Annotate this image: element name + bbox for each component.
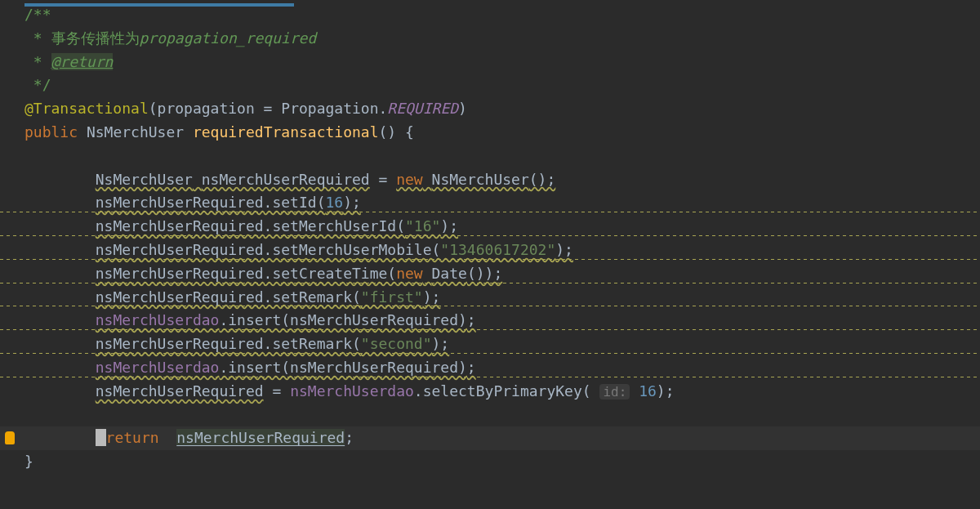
code-line[interactable]: * @return <box>0 51 980 74</box>
call: .setMerchUserId( <box>264 217 405 234</box>
blank-line[interactable] <box>0 404 980 427</box>
var: nsMerchUserRequired <box>202 171 370 188</box>
tail: ); <box>440 217 458 234</box>
method-name: requiredTransactional <box>193 123 379 141</box>
tail: ); <box>657 382 675 400</box>
var: nsMerchUserRequired <box>96 288 264 306</box>
var: nsMerchUserRequired <box>96 217 264 234</box>
param-name: propagation <box>158 100 255 117</box>
param-hint: id: <box>599 384 630 400</box>
code-line[interactable]: nsMerchUserRequired.setMerchUserMobile("… <box>0 239 980 262</box>
arg: "16" <box>405 217 440 234</box>
warning-underline <box>0 283 980 284</box>
kw-new: new <box>396 265 423 282</box>
javadoc-prefix: * <box>24 53 51 70</box>
editor-top-highlight <box>24 3 294 7</box>
code-line[interactable]: nsMerchUserRequired.setRemark("second"); <box>0 333 980 356</box>
brace: } <box>24 453 33 470</box>
code-line[interactable]: NsMerchUser nsMerchUserRequired = new Ns… <box>0 168 980 192</box>
enum-const: REQUIRED <box>387 100 458 117</box>
return-expr: nsMerchUserRequired <box>176 429 345 446</box>
tail: ()); <box>467 265 502 282</box>
return-type: NsMerchUser <box>87 123 184 141</box>
field: nsMerchUserdao <box>96 311 220 328</box>
code-line-current[interactable]: return nsMerchUserRequired; <box>0 426 980 450</box>
eq: = <box>370 171 397 188</box>
code-line[interactable]: @Transactional(propagation = Propagation… <box>0 97 980 121</box>
tail: ; <box>345 429 354 446</box>
blank-line[interactable] <box>0 145 980 168</box>
code-line[interactable]: public NsMerchUser requiredTransactional… <box>0 121 980 145</box>
javadoc-return-tag: @return <box>51 53 114 70</box>
code-line[interactable]: /** <box>0 3 980 27</box>
decl-type: NsMerchUser <box>96 171 193 188</box>
tail: ; <box>467 311 476 328</box>
paren: ) <box>458 100 467 117</box>
tail: ); <box>343 194 361 211</box>
call: .setId( <box>264 194 326 211</box>
javadoc-open: /** <box>24 6 51 23</box>
tail: ); <box>423 288 441 306</box>
brace: { <box>396 123 414 141</box>
kw-new: new <box>396 171 423 188</box>
tail: (); <box>529 171 556 188</box>
call: .insert(nsMerchUserRequired) <box>219 311 466 328</box>
javadoc-close: */ <box>24 76 51 93</box>
warning-underline <box>0 212 980 212</box>
eq: = <box>255 100 282 117</box>
arg: "first" <box>361 288 423 306</box>
var: nsMerchUserRequired <box>96 194 264 211</box>
call: .setMerchUserMobile( <box>264 241 441 258</box>
caret <box>96 429 106 446</box>
annotation: @Transactional <box>24 100 149 117</box>
javadoc-text: 事务传播性为 <box>51 29 140 47</box>
code-line[interactable]: } <box>0 450 980 474</box>
kw-public: public <box>24 123 78 141</box>
var: nsMerchUserRequired <box>96 265 264 282</box>
ctor-type: NsMerchUser <box>432 171 529 188</box>
recv: nsMerchUserdao <box>290 382 414 400</box>
code-line[interactable]: * 事务传播性为propagation_required <box>0 27 980 51</box>
warning-underline <box>0 235 980 236</box>
dot: . <box>379 100 388 117</box>
field: nsMerchUserdao <box>96 359 220 376</box>
call: .selectByPrimaryKey( <box>414 382 600 400</box>
call: .insert(nsMerchUserRequired) <box>219 359 466 376</box>
call: .setRemark( <box>264 335 361 352</box>
arg: "13460617202" <box>440 241 555 258</box>
eq: = <box>264 382 291 400</box>
javadoc-prefix: * <box>24 29 51 47</box>
code-line[interactable]: nsMerchUserRequired.setRemark("first"); <box>0 286 980 310</box>
warning-underline <box>0 259 980 260</box>
warning-underline <box>0 353 980 354</box>
lightbulb-icon[interactable] <box>5 431 15 444</box>
arg: "second" <box>361 335 432 352</box>
tail: ); <box>432 335 450 352</box>
kw-return: return <box>106 429 159 446</box>
tail: ); <box>555 241 573 258</box>
call: .setRemark( <box>264 288 361 306</box>
code-line[interactable]: nsMerchUserRequired.setId(16); <box>0 191 980 215</box>
var: nsMerchUserRequired <box>96 241 264 258</box>
tail: ; <box>467 359 476 376</box>
lhs: nsMerchUserRequired <box>96 382 264 400</box>
code-line[interactable]: */ <box>0 74 980 97</box>
javadoc-code: propagation_required <box>140 29 317 47</box>
code-line[interactable]: nsMerchUserdao.insert(nsMerchUserRequire… <box>0 356 980 380</box>
paren: () <box>379 123 397 141</box>
var: nsMerchUserRequired <box>96 335 264 352</box>
code-line[interactable]: nsMerchUserRequired.setMerchUserId("16")… <box>0 215 980 239</box>
warning-underline <box>0 306 980 306</box>
ctor-type: Date <box>432 265 467 282</box>
code-line[interactable]: nsMerchUserdao.insert(nsMerchUserRequire… <box>0 309 980 333</box>
call: .setCreateTime( <box>264 265 397 282</box>
code-line[interactable]: nsMerchUserRequired.setCreateTime(new Da… <box>0 262 980 286</box>
arg: 16 <box>639 382 657 400</box>
code-editor[interactable]: /** * 事务传播性为propagation_required * @retu… <box>0 3 980 474</box>
paren: ( <box>149 100 158 117</box>
enum-class: Propagation <box>281 100 378 117</box>
arg: 16 <box>325 194 343 211</box>
warning-underline <box>0 377 980 377</box>
code-line[interactable]: nsMerchUserRequired = nsMerchUserdao.sel… <box>0 380 980 404</box>
warning-underline <box>0 329 980 330</box>
